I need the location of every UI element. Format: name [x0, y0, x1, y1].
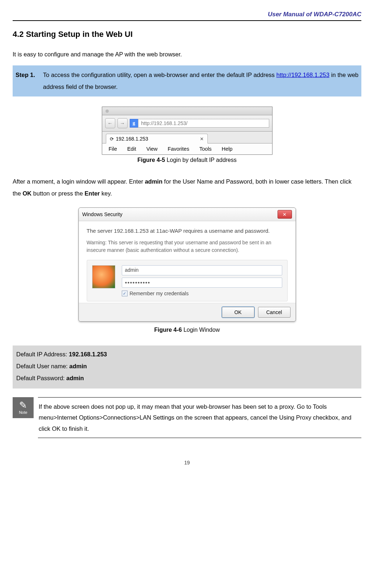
forward-button[interactable]: →: [117, 118, 128, 128]
address-group: g http://192.168.1.253/: [130, 119, 269, 128]
browser-titlebar: [102, 107, 272, 115]
default-ip-value: 192.168.1.253: [69, 351, 107, 357]
step-label: Step 1.: [16, 69, 35, 93]
menu-favorites[interactable]: Favorites: [168, 146, 189, 152]
intro-text: It is easy to configure and manage the A…: [13, 48, 361, 60]
pencil-icon: ✎: [19, 400, 27, 410]
figure-4-5-label: Figure 4-5: [137, 157, 165, 163]
page-header: User Manual of WDAP-C7200AC: [13, 11, 361, 21]
default-ip-row: Default IP Address: 192.168.1.253: [16, 348, 358, 360]
dialog-message: The server 192.168.1.253 at 11ac-WAP req…: [87, 227, 288, 235]
browser-menu: File Edit View Favorites Tools Help: [102, 143, 272, 154]
step-1-box: Step 1. To access the configuration util…: [13, 65, 361, 96]
menu-help[interactable]: Help: [222, 146, 233, 152]
note-icon-label: Note: [19, 410, 27, 415]
default-pass-value: admin: [66, 375, 84, 381]
menu-edit[interactable]: Edit: [127, 146, 136, 152]
dialog-title: Windows Security: [82, 211, 122, 217]
note-icon: ✎ Note: [13, 397, 34, 418]
search-provider-icon[interactable]: g: [130, 119, 138, 128]
remember-row: ✓ Remember my credentials: [122, 290, 282, 297]
dialog-footer: OK Cancel: [79, 303, 296, 321]
credential-fields: admin ●●●●●●●●●● ✓ Remember my credentia…: [122, 265, 282, 297]
p2-b: admin: [145, 178, 163, 185]
section-heading: 4.2 Starting Setup in the Web UI: [13, 30, 361, 39]
figure-4-5-caption: Figure 4-5 Login by default IP address: [13, 157, 361, 163]
figure-4-6-caption: Figure 4-6 Login Window: [13, 327, 361, 333]
close-icon: ✕: [283, 212, 287, 217]
defaults-box: Default IP Address: 192.168.1.253 Defaul…: [13, 345, 361, 389]
menu-file[interactable]: File: [109, 146, 117, 152]
tab-title: 192.168.1.253: [116, 136, 149, 142]
close-tab-icon[interactable]: ✕: [200, 136, 204, 142]
dialog-body: The server 192.168.1.253 at 11ac-WAP req…: [79, 221, 296, 303]
dialog-close-button[interactable]: ✕: [278, 210, 292, 219]
username-input[interactable]: admin: [122, 265, 282, 275]
figure-4-6-label: Figure 4-6: [154, 327, 182, 333]
page-number: 19: [13, 460, 361, 465]
browser-mock: ← → g http://192.168.1.253/ ⟳ 192.168.1.…: [102, 107, 272, 155]
p2-d: OK: [23, 190, 32, 197]
default-pass-row: Default Password: admin: [16, 372, 358, 384]
remember-checkbox[interactable]: ✓: [122, 291, 128, 296]
default-pass-label: Default Password:: [16, 375, 66, 381]
step-text-a: To access the configuration utility, ope…: [43, 72, 276, 78]
password-dots: ●●●●●●●●●●: [125, 280, 150, 285]
step-text: To access the configuration utility, ope…: [43, 69, 358, 93]
arrow-left-icon: ←: [108, 120, 113, 126]
ok-button[interactable]: OK: [222, 307, 254, 318]
address-bar[interactable]: http://192.168.1.253/: [138, 119, 269, 128]
browser-navbar: ← → g http://192.168.1.253/: [102, 115, 272, 132]
note-row: ✎ Note If the above screen does not pop …: [13, 397, 361, 438]
menu-view[interactable]: View: [146, 146, 158, 152]
title-dot-icon: [106, 110, 109, 113]
figure-4-6-text: Login Window: [182, 327, 220, 333]
default-user-label: Default User name:: [16, 363, 69, 369]
p2-g: key.: [100, 190, 112, 197]
credentials-box: admin ●●●●●●●●●● ✓ Remember my credentia…: [87, 260, 288, 301]
cancel-button[interactable]: Cancel: [258, 307, 291, 318]
note-text: If the above screen does not pop up, it …: [38, 397, 361, 438]
default-ip-label: Default IP Address:: [16, 351, 69, 357]
paragraph-login: After a moment, a login window will appe…: [13, 176, 361, 199]
figure-4-5-text: Login by default IP address: [165, 157, 237, 163]
password-input[interactable]: ●●●●●●●●●●: [122, 278, 282, 288]
browser-tabstrip: ⟳ 192.168.1.253 ✕: [102, 132, 272, 143]
windows-security-dialog: Windows Security ✕ The server 192.168.1.…: [78, 207, 296, 322]
reload-icon: ⟳: [110, 136, 114, 142]
default-ip-link[interactable]: http://192.168.1.253: [276, 72, 330, 78]
back-button[interactable]: ←: [105, 118, 115, 128]
p2-a: After a moment, a login window will appe…: [13, 178, 145, 185]
arrow-right-icon: →: [120, 120, 125, 126]
p2-f: Enter: [85, 190, 100, 197]
menu-tools[interactable]: Tools: [199, 146, 212, 152]
dialog-titlebar: Windows Security ✕: [79, 208, 296, 221]
default-user-row: Default User name: admin: [16, 360, 358, 372]
dialog-warning: Warning: This server is requesting that …: [87, 239, 288, 254]
browser-tab[interactable]: ⟳ 192.168.1.253 ✕: [106, 134, 208, 143]
p2-e: button or press the: [31, 190, 85, 197]
remember-label: Remember my credentials: [130, 290, 189, 297]
default-user-value: admin: [69, 363, 87, 369]
user-avatar-icon: [92, 265, 115, 288]
